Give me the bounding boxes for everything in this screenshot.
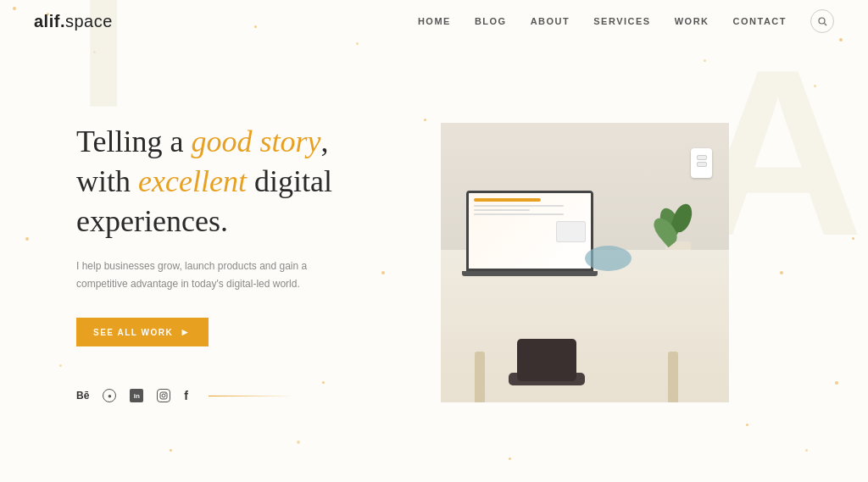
desk-illustration [441, 123, 729, 402]
linkedin-icon[interactable]: in [130, 389, 143, 402]
svg-line-1 [824, 23, 826, 25]
laptop-screen [466, 191, 593, 271]
hero-content: Telling a good story, with excellent dig… [76, 122, 424, 402]
hero-image [441, 123, 729, 402]
logo-bold: alif. [34, 12, 65, 30]
search-button[interactable] [810, 9, 834, 33]
main-nav: HOME BLOG ABOUT SERVICES WORK CONTACT [418, 9, 834, 33]
heading-highlight2: excellent [138, 164, 247, 198]
cta-arrow-icon: ► [180, 326, 191, 338]
heading-comma: , [320, 125, 328, 158]
cta-button[interactable]: SEE ALL WORK ► [76, 318, 209, 346]
laptop-base [462, 271, 598, 276]
nav-contact[interactable]: CONTACT [733, 16, 787, 26]
header: alif.space HOME BLOG ABOUT SERVICES WORK… [0, 0, 868, 42]
facebook-icon[interactable]: f [184, 389, 188, 402]
desk-leg-left [475, 352, 485, 402]
svg-point-3 [162, 394, 165, 397]
laptop-line-3 [474, 213, 564, 215]
search-icon [818, 17, 827, 26]
chair-back [517, 339, 576, 381]
chair [509, 339, 593, 398]
behance-icon[interactable]: Bē [76, 390, 89, 402]
desk-leg-right [668, 352, 678, 402]
svg-point-0 [819, 18, 825, 24]
laptop-image-placeholder [556, 221, 586, 242]
heading-suffix: digital [247, 164, 332, 198]
dribbble-icon[interactable]: ● [103, 389, 116, 402]
hero-right [424, 123, 868, 402]
laptop [466, 191, 593, 271]
hero-description: I help businesses grow, launch products … [76, 258, 322, 292]
hero-left: Telling a good story, with excellent dig… [0, 122, 424, 402]
nav-about[interactable]: ABOUT [531, 16, 570, 26]
nav-blog[interactable]: BLOG [475, 16, 507, 26]
heading-middle: with [76, 164, 138, 198]
laptop-line-2 [474, 209, 530, 211]
laptop-line-1 [474, 205, 564, 207]
nav-work[interactable]: WORK [675, 16, 709, 26]
laptop-screen-content [469, 193, 591, 269]
cta-label: SEE ALL WORK [93, 328, 173, 337]
laptop-bar [474, 198, 541, 202]
logo[interactable]: alif.space [34, 12, 113, 31]
logo-light: space [65, 12, 113, 30]
heading-prefix: Telling a [76, 125, 191, 158]
hero-heading: Telling a good story, with excellent dig… [76, 122, 424, 241]
heading-line3: experiences. [76, 204, 228, 238]
mask-object [585, 246, 632, 271]
svg-point-4 [165, 393, 166, 394]
nav-services[interactable]: SERVICES [593, 16, 650, 26]
heading-highlight1: good story [191, 125, 320, 158]
instagram-icon[interactable] [157, 389, 170, 402]
instagram-svg [159, 391, 168, 400]
light-switch [691, 148, 712, 178]
social-divider-line [209, 396, 293, 396]
main-content: Telling a good story, with excellent dig… [0, 42, 868, 482]
nav-home[interactable]: HOME [418, 16, 451, 26]
social-row: Bē ● in f [76, 389, 424, 402]
